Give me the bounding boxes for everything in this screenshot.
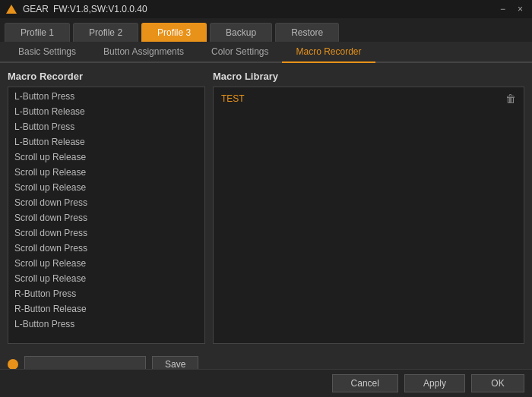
macro-list-item[interactable]: Scroll down Press [8,225,204,241]
macro-list-item[interactable]: Scroll up Release [8,180,204,195]
apply-button[interactable]: Apply [404,374,465,392]
macro-recorder-title: Macro Recorder [8,71,205,82]
macro-list-container[interactable]: L-Button PressL-Button ReleaseL-Button P… [8,87,205,344]
title-left: GEAR FW:V1.8,SW:V1.0.0.40 [6,4,147,14]
macro-list-item[interactable]: R-Button Release [8,301,204,317]
title-bar: GEAR FW:V1.8,SW:V1.0.0.40 − × [0,0,532,18]
footer: Cancel Apply OK [0,369,532,397]
profile-tab-restore[interactable]: Restore [275,23,339,42]
tab-button-assignments[interactable]: Button Assignments [90,42,198,63]
macro-list-item[interactable]: L-Button Release [8,104,204,119]
macro-list-item[interactable]: Scroll up Release [8,150,204,165]
app-name: GEAR [23,4,49,14]
macro-library-title: Macro Library [213,71,524,82]
macro-recorder-panel: Macro Recorder L-Button PressL-Button Re… [8,71,205,344]
profile-tab-1[interactable]: Profile 1 [5,23,70,42]
macro-list-item[interactable]: Scroll up Release [8,271,204,286]
minimize-button[interactable]: − [497,4,508,14]
macro-list-item[interactable]: Scroll up Release [8,165,204,180]
version-text: FW:V1.8,SW:V1.0.0.40 [53,4,147,14]
tab-color-settings[interactable]: Color Settings [198,42,282,63]
library-item-name: TEST [221,93,245,104]
profile-tab-backup[interactable]: Backup [210,23,272,42]
macro-library-list: TEST 🗑 [213,87,524,344]
macro-list-item[interactable]: Scroll down Press [8,241,204,256]
library-item-delete-icon[interactable]: 🗑 [505,93,516,105]
macro-list-item[interactable]: Scroll down Press [8,210,204,225]
macro-list-item[interactable]: R-Button Press [8,286,204,301]
macro-list-item[interactable]: L-Button Release [8,134,204,150]
macro-list-item[interactable]: L-Button Press [8,89,204,104]
macro-list: L-Button PressL-Button ReleaseL-Button P… [8,87,204,333]
macro-library-panel: Macro Library TEST 🗑 [213,71,524,344]
macro-list-item[interactable]: Scroll up Release [8,256,204,271]
main-content: Macro Recorder L-Button PressL-Button Re… [0,63,532,351]
sub-tabs: Basic Settings Button Assignments Color … [0,42,532,63]
profile-tabs: Profile 1 Profile 2 Profile 3 Backup Res… [0,18,532,42]
tab-basic-settings[interactable]: Basic Settings [5,42,90,63]
macro-list-item[interactable]: Scroll down Press [8,195,204,210]
app-logo-icon [6,5,17,14]
library-item[interactable]: TEST 🗑 [217,90,521,107]
title-controls: − × [497,4,526,14]
profile-tab-2[interactable]: Profile 2 [73,23,138,42]
record-indicator [8,359,18,370]
profile-tab-3[interactable]: Profile 3 [141,23,207,42]
tab-macro-recorder[interactable]: Macro Recorder [282,42,375,63]
ok-button[interactable]: OK [471,374,524,392]
cancel-button[interactable]: Cancel [332,374,398,392]
macro-list-item[interactable]: L-Button Press [8,317,204,332]
close-button[interactable]: × [515,4,526,14]
macro-list-item[interactable]: L-Button Press [8,119,204,134]
